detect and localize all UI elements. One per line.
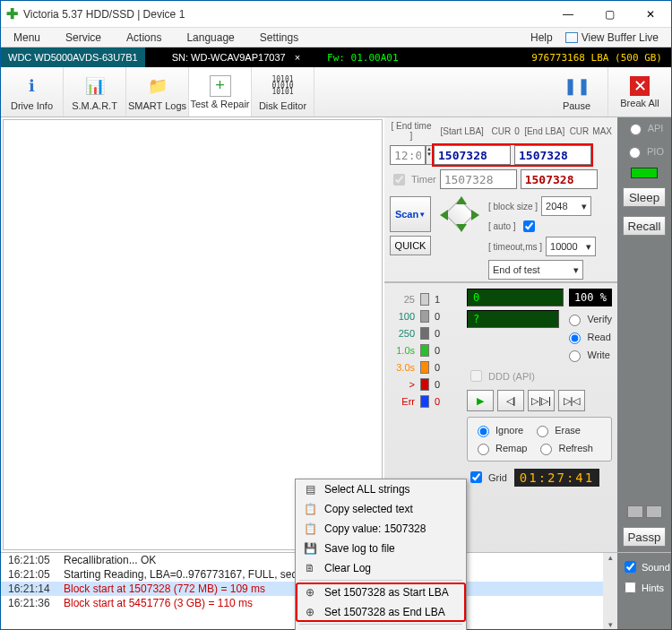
endtime-input[interactable]: [390, 145, 426, 165]
recall-button[interactable]: Recall: [623, 216, 666, 236]
cur-end-input[interactable]: [521, 169, 598, 189]
drive-close-icon[interactable]: ×: [295, 52, 300, 63]
hdr-cur[interactable]: CUR: [491, 126, 511, 136]
drive-model[interactable]: WDC WD5000AVDS-63U7B1: [1, 47, 145, 67]
toolbar: ℹDrive Info 📊S.M.A.R.T 📁SMART Logs +Test…: [1, 67, 671, 117]
auto-checkbox[interactable]: [523, 220, 535, 232]
arrow-left-icon[interactable]: [440, 210, 448, 220]
menu-help[interactable]: Help: [518, 31, 565, 44]
read-radio[interactable]: Read: [564, 330, 612, 344]
folder-icon: 📁: [145, 73, 170, 99]
lcd-counter-2: ?: [467, 310, 559, 328]
drive-lba: 976773168 LBA (500 GB): [531, 52, 662, 64]
menu-view-buffer[interactable]: View Buffer Live: [582, 31, 671, 44]
maximize-button[interactable]: ▢: [589, 2, 630, 27]
remap-radio[interactable]: Remap: [473, 441, 527, 455]
seek-arrow-pad[interactable]: [438, 196, 481, 232]
mini-box-2[interactable]: [646, 505, 662, 518]
pause-icon: ❚❚: [564, 73, 590, 99]
api-radio[interactable]: API: [625, 121, 664, 135]
skip-fwd-button[interactable]: ▷|▷|: [528, 390, 555, 411]
end-lba-input[interactable]: [514, 145, 591, 165]
lcd-counter-1: 0: [467, 289, 564, 306]
blocksize-select[interactable]: 2048▾: [541, 196, 591, 216]
quick-button[interactable]: QUICK: [390, 236, 431, 255]
sleep-button[interactable]: Sleep: [623, 187, 666, 207]
arrow-right-icon[interactable]: [471, 210, 479, 220]
play-button[interactable]: ▶: [467, 390, 494, 411]
menu-language[interactable]: Language: [174, 31, 246, 44]
legend-box-100: [420, 310, 429, 323]
erase-radio[interactable]: Erase: [532, 423, 581, 437]
write-radio[interactable]: Write: [564, 348, 612, 362]
menu-settings[interactable]: Settings: [247, 31, 311, 44]
save-icon: 💾: [303, 542, 317, 555]
skip-back-button[interactable]: ▷|◁: [558, 390, 585, 411]
status-led: [631, 168, 658, 178]
sound-checkbox[interactable]: Sound: [621, 558, 668, 575]
passp-button[interactable]: Passp: [623, 527, 666, 547]
legend-box-err: [420, 395, 429, 408]
tab-disk-editor[interactable]: 101010101010101Disk Editor: [252, 67, 314, 117]
scan-button[interactable]: Scan ▼: [390, 196, 431, 232]
ctx-select-all[interactable]: ▤Select ALL strings: [296, 479, 466, 499]
ctx-copy-selected[interactable]: 📋Copy selected text: [296, 499, 466, 519]
buffer-icon: [565, 32, 578, 43]
drive-fw: Fw: 01.00A01: [327, 52, 398, 64]
legend-box-1s: [420, 344, 429, 357]
elapsed-clock: 01:27:41: [514, 469, 599, 487]
cur-start-input[interactable]: [440, 169, 517, 189]
timer-label: Timer: [411, 174, 436, 185]
legend-box-3s: [420, 361, 429, 374]
log-scrollbar[interactable]: ▴▾: [603, 553, 617, 629]
hints-checkbox[interactable]: Hints: [621, 579, 668, 596]
log-context-menu: ▤Select ALL strings 📋Copy selected text …: [295, 479, 467, 630]
ctx-set-end-lba[interactable]: ⊕Set 1507328 as End LBA: [296, 602, 466, 622]
close-button[interactable]: ✕: [630, 2, 671, 27]
target-end-icon: ⊕: [303, 606, 317, 618]
menu-actions[interactable]: Actions: [114, 31, 174, 44]
endoftest-select[interactable]: End of test▾: [488, 260, 583, 280]
verify-radio[interactable]: Verify: [564, 312, 612, 326]
ctx-set-start-lba[interactable]: ⊕Set 1507328 as Start LBA: [296, 583, 466, 602]
hdr-max[interactable]: MAX: [592, 126, 612, 136]
start-lba-input[interactable]: [434, 145, 511, 165]
tab-drive-info[interactable]: ℹDrive Info: [1, 67, 64, 117]
plus-icon: +: [210, 75, 231, 97]
ignore-radio[interactable]: Ignore: [473, 423, 523, 437]
ctx-clear-log[interactable]: 🗎Clear Log: [296, 558, 466, 578]
tab-test-repair[interactable]: +Test & Repair: [189, 67, 252, 117]
pause-button[interactable]: ❚❚Pause: [546, 67, 608, 117]
info-icon: ℹ: [20, 73, 45, 99]
step-back-button[interactable]: ◁|: [497, 390, 524, 411]
menu-service[interactable]: Service: [53, 31, 114, 44]
ctx-open-folder[interactable]: 🔍Open log in folder: [296, 626, 466, 630]
arrow-down-icon[interactable]: [456, 224, 467, 232]
grid-checkbox[interactable]: Grid: [467, 469, 507, 486]
hdr-zero[interactable]: 0: [514, 126, 520, 136]
hdr-cur2[interactable]: CUR: [570, 126, 590, 136]
titlebar: ✚ Victoria 5.37 HDD/SSD | Device 1 — ▢ ✕: [1, 1, 671, 28]
timer-checkbox[interactable]: [393, 174, 405, 186]
copy-value-icon: 📋: [303, 522, 317, 535]
refresh-radio[interactable]: Refresh: [536, 441, 593, 455]
tab-smart[interactable]: 📊S.M.A.R.T: [64, 67, 126, 117]
action-options: Ignore Erase Remap Refresh: [467, 417, 612, 462]
minimize-button[interactable]: —: [547, 2, 589, 27]
ctx-save-log[interactable]: 💾Save log to file: [296, 539, 466, 558]
arrow-up-icon[interactable]: [456, 196, 467, 204]
break-all-button[interactable]: ✕Break All: [608, 67, 671, 117]
drive-sn: SN: WD-WCAV9AP17037: [172, 52, 286, 63]
hdr-startlba: [Start LBA]: [436, 126, 488, 136]
target-start-icon: ⊕: [303, 586, 317, 599]
hdr-endtime: [ End time ]: [390, 121, 433, 141]
pio-radio[interactable]: PIO: [625, 144, 664, 159]
legend-box-250: [420, 327, 429, 340]
ctx-copy-value[interactable]: 📋Copy value: 1507328: [296, 519, 466, 539]
ddd-checkbox[interactable]: DDD (API): [467, 367, 612, 384]
menubar: Menu Service Actions Language Settings H…: [1, 28, 671, 47]
timeout-select[interactable]: 10000▾: [546, 237, 596, 256]
mini-box-1[interactable]: [627, 505, 643, 518]
tab-smart-logs[interactable]: 📁SMART Logs: [126, 67, 189, 117]
menu-menu[interactable]: Menu: [1, 31, 53, 44]
